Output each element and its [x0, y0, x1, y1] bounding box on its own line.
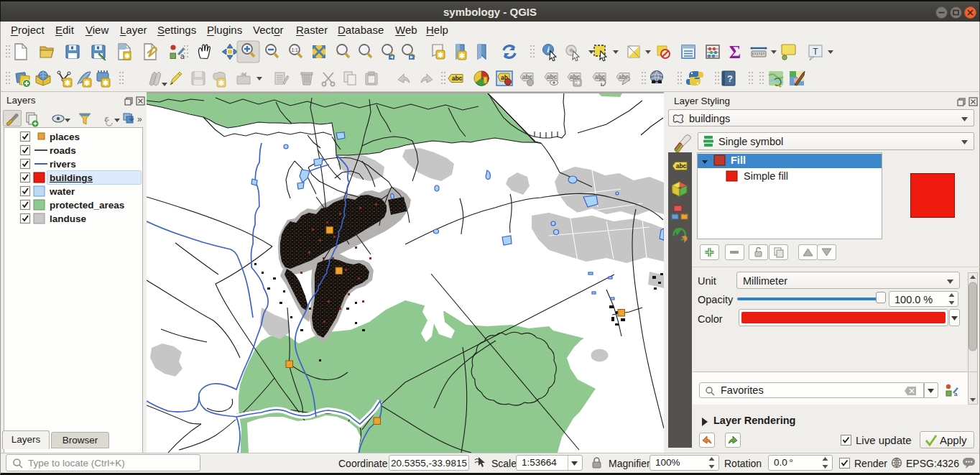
svg-text:»: »: [137, 114, 142, 124]
svg-text:?: ?: [727, 73, 733, 84]
svg-text:a: a: [954, 391, 958, 397]
svg-text:✱: ✱: [124, 52, 130, 60]
svg-text:1:1: 1:1: [291, 47, 297, 52]
svg-text:abc: abc: [676, 162, 687, 170]
svg-text:Σ: Σ: [729, 42, 741, 62]
svg-text:T: T: [813, 47, 818, 57]
